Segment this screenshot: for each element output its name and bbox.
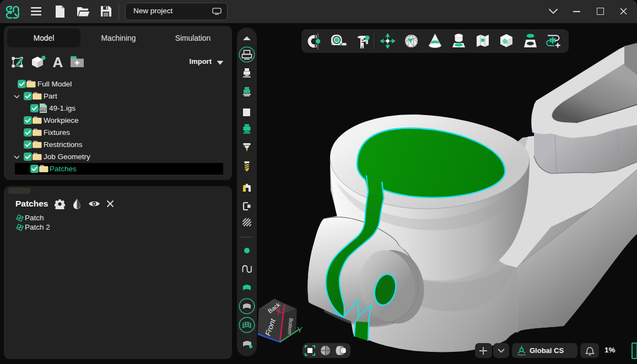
svg-text:Y: Y — [297, 325, 303, 334]
svg-text:IGS: IGS — [40, 107, 46, 111]
